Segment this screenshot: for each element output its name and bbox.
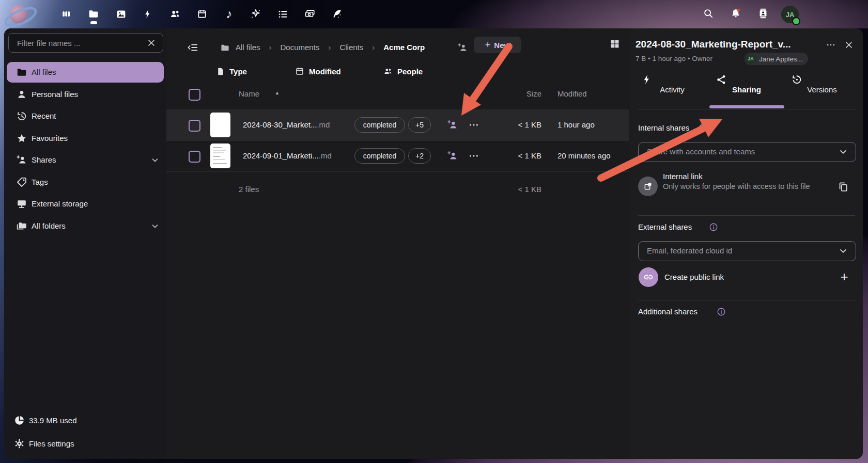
- internal-share-placeholder: Share with accounts and teams: [647, 147, 755, 157]
- info-icon[interactable]: [717, 307, 726, 316]
- chevron-down-icon[interactable]: [838, 147, 848, 157]
- tab-activity[interactable]: Activity: [641, 74, 703, 107]
- sidebar-item-external-storage[interactable]: External storage: [7, 194, 164, 214]
- info-icon[interactable]: [698, 123, 707, 133]
- breadcrumb-all-files[interactable]: All files: [236, 42, 260, 53]
- files-navigation-sidebar: All files Personal files Recent Favourit…: [4, 28, 166, 459]
- tab-sharing[interactable]: Sharing: [716, 74, 778, 107]
- internal-share-search-select[interactable]: Share with accounts and teams: [638, 142, 856, 162]
- sidebar-item-personal-files[interactable]: Personal files: [7, 84, 164, 105]
- create-public-link-label[interactable]: Create public link: [664, 272, 724, 282]
- history-clock-icon: [16, 110, 27, 122]
- dashboard-app-icon[interactable]: [60, 8, 72, 20]
- clear-filter-icon[interactable]: [146, 38, 157, 48]
- file-row-1[interactable]: 2024-08-30_Market....md completed +5 < 1…: [166, 109, 629, 141]
- file-row-2[interactable]: 2024-09-01_Marketi....md completed +2 < …: [166, 140, 629, 172]
- file-thumbnail[interactable]: [210, 143, 230, 168]
- star-icon: [16, 133, 27, 144]
- versions-history-icon: [791, 74, 853, 85]
- file-list-panel: All files › Documents › Clients › Acme C…: [166, 28, 629, 459]
- row-checkbox[interactable]: [189, 120, 200, 132]
- storage-quota-label: 33.9 MB used: [29, 416, 77, 426]
- assistant-app-icon[interactable]: C: [250, 8, 261, 20]
- shared-person-plus-icon[interactable]: [447, 119, 458, 131]
- sort-ascending-icon: ▲: [275, 90, 280, 95]
- file-name[interactable]: 2024-09-01_Marketi....md: [243, 151, 332, 161]
- tasks-app-icon[interactable]: [277, 8, 288, 20]
- breadcrumb-folder-icon[interactable]: [220, 43, 230, 53]
- column-header-name[interactable]: Name: [239, 89, 259, 99]
- files-settings[interactable]: Files settings: [4, 434, 166, 454]
- filter-chip-modified[interactable]: Modified: [295, 65, 341, 78]
- filter-filenames-input[interactable]: [16, 35, 142, 51]
- close-details-icon[interactable]: [844, 40, 854, 50]
- divider: [638, 215, 855, 216]
- grid-view-icon[interactable]: [610, 39, 620, 49]
- filter-chip-type[interactable]: Type: [216, 65, 247, 78]
- column-header-modified[interactable]: Modified: [557, 89, 587, 99]
- filter-chip-label: Type: [229, 67, 247, 76]
- select-all-checkbox[interactable]: [189, 89, 200, 101]
- nextcloud-logo[interactable]: [6, 3, 30, 26]
- column-header-size[interactable]: Size: [476, 89, 541, 99]
- music-app-icon[interactable]: ♪: [223, 8, 235, 20]
- search-icon[interactable]: [703, 8, 714, 19]
- filter-filenames-box: [8, 33, 163, 53]
- notes-quill-app-icon[interactable]: [331, 8, 343, 20]
- status-tag: completed: [354, 148, 405, 164]
- activity-app-icon[interactable]: [142, 8, 153, 20]
- sidebar-item-all-files[interactable]: All files: [7, 62, 164, 83]
- file-thumbnail[interactable]: [210, 113, 230, 137]
- filter-chip-label: People: [397, 67, 423, 76]
- additional-shares-heading: Additional shares: [638, 307, 698, 317]
- contacts-menu-icon[interactable]: [757, 8, 769, 19]
- details-file-title: 2024-08-30_Marketing-Report_v...: [636, 39, 820, 50]
- money-app-icon[interactable]: [304, 8, 316, 20]
- copy-link-icon[interactable]: [838, 181, 849, 193]
- sidebar-item-label: Recent: [32, 111, 56, 121]
- share-nodes-icon: [716, 74, 778, 85]
- file-name[interactable]: 2024-08-30_Market....md: [243, 120, 330, 130]
- collapse-sidebar-icon[interactable]: [187, 42, 198, 53]
- calendar-app-icon[interactable]: [196, 8, 208, 20]
- external-share-search-select[interactable]: Email, federated cloud id: [638, 241, 856, 261]
- breadcrumb-current-folder[interactable]: Acme Corp: [383, 42, 425, 53]
- row-checkbox[interactable]: [189, 151, 200, 163]
- breadcrumb-documents[interactable]: Documents: [281, 42, 320, 53]
- nextcloud-files-screen: ♪ C JA: [0, 0, 868, 463]
- notifications-bell-icon[interactable]: [730, 8, 741, 19]
- shared-person-plus-icon[interactable]: [447, 150, 458, 162]
- chevron-down-icon[interactable]: [838, 246, 848, 256]
- photos-app-icon[interactable]: [115, 8, 127, 20]
- sidebar-item-recent[interactable]: Recent: [7, 106, 164, 126]
- breadcrumb-clients[interactable]: Clients: [339, 42, 363, 53]
- info-icon[interactable]: [709, 222, 718, 232]
- activity-bolt-icon: [641, 74, 703, 85]
- chevron-down-icon[interactable]: [150, 155, 160, 165]
- gear-icon: [14, 438, 25, 450]
- contacts-app-icon[interactable]: [169, 8, 181, 20]
- sidebar-item-favourites[interactable]: Favourites: [7, 128, 164, 149]
- breadcrumb-separator: ›: [328, 42, 331, 53]
- share-folder-icon[interactable]: [457, 42, 468, 53]
- tab-versions[interactable]: Versions: [791, 74, 853, 107]
- chevron-down-icon[interactable]: [150, 221, 160, 231]
- folder-icon: [16, 67, 27, 78]
- files-app-icon[interactable]: [88, 8, 99, 20]
- sidebar-item-all-folders[interactable]: All folders: [7, 216, 164, 236]
- breadcrumb-separator: ›: [269, 42, 272, 53]
- add-public-link-icon[interactable]: +: [838, 270, 851, 283]
- breadcrumb-separator: ›: [372, 42, 375, 53]
- new-button[interactable]: + New: [474, 37, 521, 53]
- pie-chart-icon: [14, 415, 25, 426]
- filter-chip-people[interactable]: People: [383, 65, 423, 78]
- more-tags-badge[interactable]: +5: [408, 117, 431, 133]
- divider: [638, 300, 855, 300]
- sidebar-item-tags[interactable]: Tags: [7, 172, 164, 193]
- total-size-summary: < 1 KB: [476, 184, 541, 195]
- new-button-label: New: [494, 41, 510, 50]
- filter-chip-label: Modified: [309, 67, 341, 76]
- more-tags-badge[interactable]: +2: [408, 148, 431, 164]
- sidebar-item-shares[interactable]: Shares: [7, 150, 164, 170]
- details-actions-menu-icon[interactable]: [826, 41, 836, 49]
